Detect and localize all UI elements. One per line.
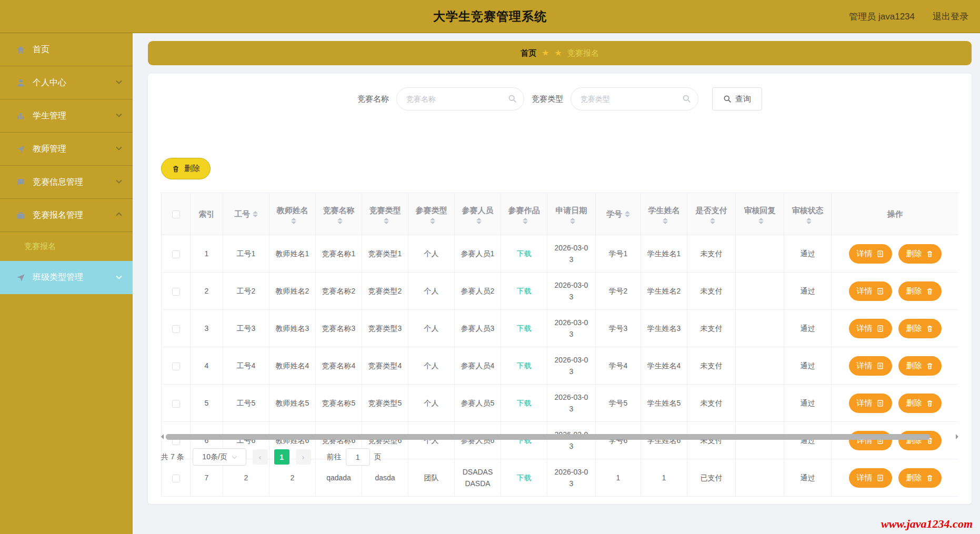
- sidebar-item-competition-signup-mgmt[interactable]: 竞赛报名管理: [0, 199, 133, 232]
- row-checkbox[interactable]: [172, 475, 180, 482]
- column-header-学生姓名[interactable]: 学生姓名: [641, 193, 687, 235]
- table-cell: 竞赛类型3: [362, 310, 408, 347]
- column-header-申请日期[interactable]: 申请日期: [547, 193, 596, 235]
- sort-caret-icon[interactable]: [710, 218, 715, 224]
- table-cell: 2026-03-03: [547, 459, 596, 497]
- detail-button[interactable]: 详情: [849, 319, 892, 338]
- sort-caret-icon[interactable]: [625, 211, 630, 217]
- table-cell: [736, 347, 784, 385]
- sort-caret-icon[interactable]: [253, 211, 258, 217]
- page-size-select[interactable]: 10条/页: [193, 448, 246, 466]
- scroll-right-arrow-icon[interactable]: [956, 434, 958, 439]
- detail-button[interactable]: 详情: [849, 244, 892, 264]
- query-button[interactable]: 查询: [712, 87, 762, 110]
- detail-button[interactable]: 详情: [849, 281, 892, 301]
- column-header-工号[interactable]: 工号: [223, 193, 269, 235]
- chevron-up-icon: [116, 212, 122, 218]
- row-checkbox[interactable]: [172, 400, 180, 408]
- column-header-学号[interactable]: 学号: [596, 193, 641, 235]
- row-actions-cell: 详情删除: [832, 310, 959, 347]
- detail-button[interactable]: 详情: [849, 356, 892, 376]
- download-link[interactable]: 下载: [517, 361, 532, 370]
- row-delete-button[interactable]: 删除: [898, 281, 942, 301]
- sort-caret-icon[interactable]: [337, 218, 343, 224]
- sort-caret-icon[interactable]: [663, 218, 668, 224]
- table-cell: 2026-03-03: [547, 385, 596, 422]
- select-all-checkbox[interactable]: [172, 210, 180, 218]
- column-header-竞赛类型[interactable]: 竞赛类型: [362, 193, 408, 235]
- column-header-参赛作品[interactable]: 参赛作品: [501, 193, 547, 235]
- column-header-审核回复[interactable]: 审核回复: [736, 193, 784, 235]
- sort-caret-icon[interactable]: [523, 218, 528, 224]
- row-delete-button[interactable]: 删除: [898, 319, 942, 338]
- detail-button[interactable]: 详情: [849, 394, 892, 413]
- competition-name-input[interactable]: [396, 87, 524, 110]
- sort-caret-icon[interactable]: [476, 218, 482, 224]
- row-delete-button[interactable]: 删除: [898, 394, 942, 413]
- competition-type-input[interactable]: [571, 87, 698, 110]
- pagination: 共 7 条 10条/页 ‹ 1 › 前往 页: [161, 448, 382, 466]
- row-select-cell: [162, 273, 191, 310]
- row-checkbox[interactable]: [172, 325, 180, 333]
- logout-link[interactable]: 退出登录: [933, 11, 968, 23]
- batch-delete-button[interactable]: 删除: [161, 158, 211, 179]
- table-cell: 2026-03-03: [547, 422, 596, 459]
- row-actions-cell: 详情删除: [832, 422, 959, 459]
- scrollbar-thumb[interactable]: [166, 434, 930, 440]
- chevron-down-icon: [116, 273, 122, 279]
- row-actions-cell: 详情删除: [832, 347, 959, 385]
- sidebar-subitem-competition-signup[interactable]: 竞赛报名: [0, 232, 133, 261]
- sidebar-item-class-type-mgmt[interactable]: 班级类型管理: [0, 261, 133, 294]
- column-header-审核状态[interactable]: 审核状态: [784, 193, 832, 235]
- next-page-button[interactable]: ›: [296, 449, 311, 465]
- sort-caret-icon[interactable]: [430, 218, 435, 224]
- column-header-竞赛名称[interactable]: 竞赛名称: [316, 193, 362, 235]
- download-link[interactable]: 下载: [517, 399, 532, 407]
- download-link[interactable]: 下载: [517, 249, 532, 258]
- scroll-left-arrow-icon[interactable]: [161, 434, 164, 439]
- row-select-cell: [162, 310, 191, 347]
- sidebar-item-competition-info-mgmt[interactable]: 竞赛信息管理: [0, 166, 133, 199]
- column-header-教师姓名[interactable]: 教师姓名: [269, 193, 316, 235]
- table-cell: 未支付: [687, 273, 736, 310]
- download-link[interactable]: 下载: [517, 287, 532, 295]
- document-icon: [876, 325, 884, 333]
- prev-page-button[interactable]: ‹: [253, 449, 268, 465]
- download-link[interactable]: 下载: [517, 473, 532, 482]
- row-delete-button[interactable]: 删除: [898, 356, 942, 376]
- column-header-参赛人员[interactable]: 参赛人员: [455, 193, 501, 235]
- row-checkbox[interactable]: [172, 362, 180, 370]
- column-header-参赛类型[interactable]: 参赛类型: [408, 193, 455, 235]
- table-cell: 工号2: [223, 273, 269, 310]
- row-delete-button[interactable]: 删除: [898, 244, 942, 264]
- table-cell: 参赛人员1: [455, 235, 501, 273]
- scrollbar-track[interactable]: [166, 434, 954, 440]
- sort-caret-icon[interactable]: [570, 218, 575, 224]
- sidebar-item-student-mgmt[interactable]: 学生管理: [0, 99, 133, 133]
- sort-caret-icon[interactable]: [758, 218, 764, 224]
- row-actions-cell: 详情删除: [832, 459, 959, 497]
- row-checkbox[interactable]: [172, 288, 180, 296]
- sort-caret-icon[interactable]: [384, 218, 389, 224]
- sidebar-item-teacher-mgmt[interactable]: 教师管理: [0, 133, 133, 166]
- table-cell: 学号6: [596, 422, 641, 459]
- goto-page-input[interactable]: [346, 448, 370, 466]
- page-number-1[interactable]: 1: [274, 449, 289, 465]
- table-cell: 通过: [784, 459, 832, 497]
- sidebar-item-profile[interactable]: 个人中心: [0, 66, 133, 99]
- table-row: 3工号3教师姓名3竞赛名称3竞赛类型3个人参赛人员3下载2026-03-03学号…: [162, 310, 959, 347]
- detail-button[interactable]: 详情: [849, 468, 892, 488]
- table-cell: 2026-03-03: [547, 235, 596, 273]
- download-link[interactable]: 下载: [517, 324, 532, 333]
- table-cell: [736, 310, 784, 347]
- document-icon: [876, 474, 884, 482]
- row-checkbox[interactable]: [172, 250, 180, 258]
- sidebar-item-home[interactable]: 首页: [0, 33, 133, 66]
- horizontal-scrollbar[interactable]: [161, 433, 958, 440]
- breadcrumb-home-link[interactable]: 首页: [521, 48, 536, 58]
- row-delete-button[interactable]: 删除: [898, 468, 942, 488]
- sort-caret-icon[interactable]: [291, 218, 296, 224]
- column-header-是否支付[interactable]: 是否支付: [687, 193, 736, 235]
- sort-caret-icon[interactable]: [806, 218, 812, 224]
- table-cell: 通过: [784, 422, 832, 459]
